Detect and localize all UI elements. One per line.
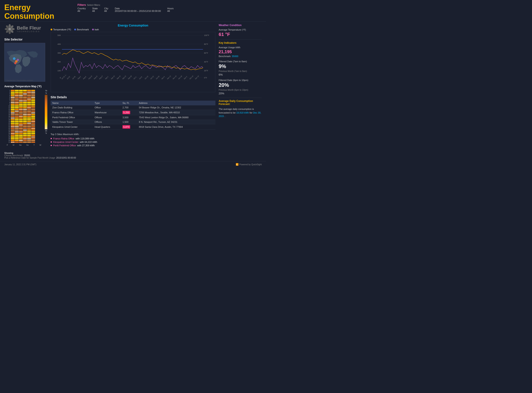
heatmap-cell — [11, 111, 15, 112]
svg-text:80°F: 80°F — [204, 43, 208, 45]
row-number: 21 — [8, 124, 10, 126]
heatmap-cell — [15, 105, 19, 107]
heatmap-cell — [11, 136, 15, 138]
heatmap-cell — [27, 128, 31, 129]
svg-point-5 — [9, 31, 11, 34]
row-number: 14 — [8, 112, 10, 113]
heatmap-cell — [15, 90, 19, 91]
date-filter[interactable]: Date 2015/07/16 00:00:00 – 2015/12/16 00… — [115, 7, 161, 12]
row-number: 6 — [8, 98, 10, 100]
map-container[interactable]: © OpenMapTiles © OpenStreetMap contribut… — [4, 43, 45, 82]
heatmap-cell — [11, 112, 15, 113]
heatmap-cell — [19, 97, 23, 98]
heatmap-cell — [15, 95, 19, 96]
heatmap-cell — [19, 131, 23, 133]
site-name-link[interactable]: Pertti Fedelmid Office — [53, 144, 76, 147]
heatmap-cell — [31, 90, 35, 91]
cell-sqft: 6,870 — [121, 124, 137, 130]
heatmap-cell — [31, 126, 35, 127]
heatmap-cell — [19, 135, 23, 136]
heatmap-cell — [27, 119, 31, 120]
heatmap-cell — [23, 93, 27, 95]
heatmap-cell — [27, 116, 31, 117]
heatmap-container: 1234567891011121314151617181920212223242… — [4, 90, 47, 146]
heatmap-cell — [11, 140, 15, 141]
svg-text:Sep 22: Sep 22 — [122, 75, 127, 80]
heatmap-cell — [23, 142, 27, 143]
heatmap-cell — [31, 119, 35, 120]
heatmap-cell — [15, 131, 19, 133]
svg-text:Jul 28: Jul 28 — [72, 76, 76, 80]
table-row[interactable]: Franco Ratna OfficeWarehouse5,2507256 Me… — [51, 110, 216, 115]
heatmap-cell — [19, 114, 23, 115]
svg-text:Sep 28: Sep 28 — [128, 75, 132, 80]
heatmap-cell — [15, 129, 19, 131]
heatmap-cell — [23, 126, 27, 127]
svg-text:60°F: 60°F — [204, 52, 208, 54]
heatmap-cell — [11, 135, 15, 136]
heatmap-cell — [15, 123, 19, 124]
svg-point-14 — [14, 62, 16, 64]
highlight-sqft: 6,870 — [122, 125, 130, 129]
heatmap-cell — [11, 93, 15, 95]
state-filter[interactable]: State All — [92, 7, 98, 12]
city-filter[interactable]: City All — [104, 7, 108, 12]
heatmap-cell — [19, 98, 23, 100]
benchmark-label: Benchmark — [219, 55, 231, 58]
heatmap-cell — [15, 97, 19, 98]
heatmap-cell — [19, 129, 23, 131]
heatmap-cell — [31, 136, 35, 138]
heatmap-cell — [15, 100, 19, 102]
heatmap-cell — [11, 129, 15, 131]
svg-point-1 — [9, 24, 11, 28]
row-number: 12 — [8, 108, 10, 110]
heatmap-cell — [23, 136, 27, 138]
table-row[interactable]: Kleopatros Umid CenterHead Quarters6,870… — [51, 124, 216, 130]
row-number: 31 — [8, 141, 10, 143]
date-label: Date — [115, 7, 161, 10]
heatmap-cell — [31, 95, 35, 96]
heatmap-cell — [11, 119, 15, 120]
row-number: 22 — [8, 126, 10, 127]
showing-benchmark-value: 35000 — [24, 154, 30, 157]
row-number: 1 — [8, 90, 10, 91]
forecast-text: The average daily consumption is forecas… — [219, 107, 262, 118]
svg-point-13 — [17, 59, 19, 61]
heatmap-cell — [19, 142, 23, 143]
top-sites-list: Franco Ratna Office with 119,089 kWhKleo… — [51, 137, 216, 147]
bullet-icon — [51, 145, 52, 146]
row-number: 19 — [8, 121, 10, 122]
heatmap-cell — [23, 128, 27, 129]
row-number: 16 — [8, 115, 10, 117]
heatmap-cell — [23, 131, 27, 133]
heatmap-cell — [31, 135, 35, 136]
avg-temp-value: 61 °F — [219, 32, 262, 37]
legend-kwh: kwh — [92, 28, 99, 31]
site-name-link[interactable]: Franco Ratna Office — [53, 137, 74, 140]
city-value: All — [104, 10, 108, 12]
heatmap-cell — [15, 136, 19, 138]
svg-text:Oct 15: Oct 15 — [144, 75, 149, 80]
hours-filter[interactable]: Hours All — [167, 7, 173, 12]
table-row[interactable]: Valdis Trevor TowerOffices1,5008 N. Newp… — [51, 120, 216, 124]
key-indicators-title: Key Indicators — [219, 41, 262, 44]
heatmap-cell — [31, 111, 35, 112]
heatmap-cell — [31, 102, 35, 103]
heatmap-cell — [27, 107, 31, 108]
country-filter[interactable]: Country All — [77, 7, 86, 12]
heatmap-cell — [19, 104, 23, 105]
temperature-label: Temperature (°F) — [53, 28, 71, 31]
site-name-link[interactable]: Kleopatros Umid Center — [53, 141, 78, 143]
heatmap-cell — [11, 90, 15, 91]
chart-legend: Temperature (°F) Benchmark kwh — [51, 28, 216, 31]
heatmap-cell — [19, 119, 23, 120]
heatmap-cell — [11, 123, 15, 124]
svg-text:Nov 26: Nov 26 — [178, 75, 182, 80]
heatmap-cell — [31, 128, 35, 129]
table-row[interactable]: Pertti Fedelmid OfficeOffices3,5007543 W… — [51, 115, 216, 120]
row-number: 28 — [8, 136, 10, 138]
row-number: 25 — [8, 131, 10, 133]
table-row[interactable]: Zion Dado BuildingOffice2,70054 Beaver R… — [51, 105, 216, 110]
heatmap-cell — [27, 126, 31, 127]
heatmap-cell — [27, 97, 31, 98]
